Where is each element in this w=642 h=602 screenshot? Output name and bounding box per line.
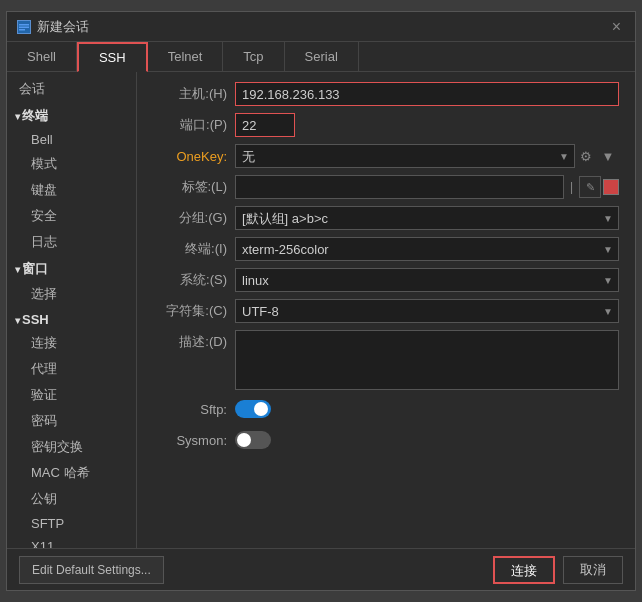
onekey-control-row: 无 ▼ ⚙ ▼ [235,144,619,168]
tab-ssh[interactable]: SSH [77,42,148,72]
group-select[interactable]: [默认组] a>b>c [235,206,619,230]
sidebar-item-connect[interactable]: 连接 [7,330,136,356]
onekey-gear-button[interactable]: ⚙ [575,145,597,167]
sidebar-item-key-exchange[interactable]: 密钥交换 [7,434,136,460]
group-label: 分组:(G) [153,209,235,227]
tag-edit-button[interactable]: ✎ [579,176,601,198]
charset-select[interactable]: UTF-8 GBK GB2312 ISO-8859-1 [235,299,619,323]
sidebar-item-x11[interactable]: X11 [7,535,136,548]
tabs-row: Shell SSH Telnet Tcp Serial [7,42,635,72]
sidebar-item-session[interactable]: 会话 [7,76,136,102]
svg-rect-3 [19,29,25,31]
sysmon-toggle-thumb [237,433,251,447]
port-input[interactable] [235,113,295,137]
terminal-select[interactable]: xterm-256color xterm vt100 vt220 [235,237,619,261]
host-label: 主机:(H) [153,85,235,103]
sidebar-item-terminal[interactable]: ▾终端 [7,102,136,128]
system-select-wrapper: linux windows mac ▼ [235,268,619,292]
group-row: 分组:(G) [默认组] a>b>c ▼ [153,206,619,230]
form-area: 主机:(H) 端口:(P) OneKey: 无 ▼ [137,72,635,548]
cancel-button[interactable]: 取消 [563,556,623,584]
sidebar-item-keyboard[interactable]: 键盘 [7,177,136,203]
sysmon-toggle-track[interactable] [235,431,271,449]
sidebar-item-mac-hash[interactable]: MAC 哈希 [7,460,136,486]
expand-arrow-ssh: ▾ [15,315,20,326]
sidebar-item-proxy[interactable]: 代理 [7,356,136,382]
system-row: 系统:(S) linux windows mac ▼ [153,268,619,292]
tab-serial[interactable]: Serial [285,42,359,71]
sysmon-row: Sysmon: [153,428,619,452]
sysmon-toggle[interactable] [235,431,271,449]
sftp-row: Sftp: [153,397,619,421]
sidebar-item-security[interactable]: 安全 [7,203,136,229]
charset-label: 字符集:(C) [153,302,235,320]
terminal-row: 终端:(I) xterm-256color xterm vt100 vt220 … [153,237,619,261]
tag-label: 标签:(L) [153,178,235,196]
host-row: 主机:(H) [153,82,619,106]
onekey-select-wrapper: 无 ▼ [235,144,575,168]
port-label: 端口:(P) [153,116,235,134]
sidebar: 会话 ▾终端 Bell 模式 键盘 安全 日志 ▾窗口 选择 ▾SSH 连接 代… [7,72,137,548]
tab-shell[interactable]: Shell [7,42,77,71]
tag-color-picker[interactable] [603,179,619,195]
close-button[interactable]: × [608,18,625,36]
sidebar-item-sftp[interactable]: SFTP [7,512,136,535]
sftp-toggle[interactable] [235,400,271,418]
onekey-label: OneKey: [153,149,235,164]
expand-arrow-window: ▾ [15,264,20,275]
footer-right-buttons: 连接 取消 [493,556,623,584]
tag-row: 标签:(L) | ✎ [153,175,619,199]
sftp-toggle-thumb [254,402,268,416]
sidebar-item-auth[interactable]: 验证 [7,382,136,408]
host-input[interactable] [235,82,619,106]
desc-textarea[interactable] [235,330,619,390]
sidebar-item-public-key[interactable]: 公钥 [7,486,136,512]
dialog: 新建会话 × Shell SSH Telnet Tcp Serial 会话 ▾终… [6,11,636,591]
sidebar-item-password[interactable]: 密码 [7,408,136,434]
edit-defaults-button[interactable]: Edit Default Settings... [19,556,164,584]
app-icon [17,20,31,34]
footer: Edit Default Settings... 连接 取消 [7,548,635,590]
sysmon-label: Sysmon: [153,433,235,448]
sftp-toggle-track[interactable] [235,400,271,418]
onekey-extra-button[interactable]: ▼ [597,145,619,167]
sidebar-item-ssh[interactable]: ▾SSH [7,307,136,330]
title-bar: 新建会话 × [7,12,635,42]
connect-button[interactable]: 连接 [493,556,555,584]
terminal-label: 终端:(I) [153,240,235,258]
sidebar-item-mode[interactable]: 模式 [7,151,136,177]
desc-label: 描述:(D) [153,330,235,351]
sidebar-item-bell[interactable]: Bell [7,128,136,151]
desc-row: 描述:(D) [153,330,619,390]
tab-tcp[interactable]: Tcp [223,42,284,71]
svg-rect-2 [19,26,29,28]
sidebar-item-window[interactable]: ▾窗口 [7,255,136,281]
onekey-row: OneKey: 无 ▼ ⚙ ▼ [153,144,619,168]
tag-input[interactable] [235,175,564,199]
sidebar-item-log[interactable]: 日志 [7,229,136,255]
tag-separator: | [566,180,577,194]
sidebar-item-select[interactable]: 选择 [7,281,136,307]
tag-controls: | ✎ [235,175,619,199]
title-bar-left: 新建会话 [17,18,89,36]
system-select[interactable]: linux windows mac [235,268,619,292]
expand-arrow-terminal: ▾ [15,111,20,122]
tab-telnet[interactable]: Telnet [148,42,224,71]
charset-select-wrapper: UTF-8 GBK GB2312 ISO-8859-1 ▼ [235,299,619,323]
terminal-select-wrapper: xterm-256color xterm vt100 vt220 ▼ [235,237,619,261]
group-select-wrapper: [默认组] a>b>c ▼ [235,206,619,230]
port-row: 端口:(P) [153,113,619,137]
port-wrapper [235,113,619,137]
svg-rect-1 [19,24,29,26]
main-content: 会话 ▾终端 Bell 模式 键盘 安全 日志 ▾窗口 选择 ▾SSH 连接 代… [7,72,635,548]
charset-row: 字符集:(C) UTF-8 GBK GB2312 ISO-8859-1 ▼ [153,299,619,323]
system-label: 系统:(S) [153,271,235,289]
sftp-label: Sftp: [153,402,235,417]
title-text: 新建会话 [37,18,89,36]
onekey-select[interactable]: 无 [235,144,575,168]
